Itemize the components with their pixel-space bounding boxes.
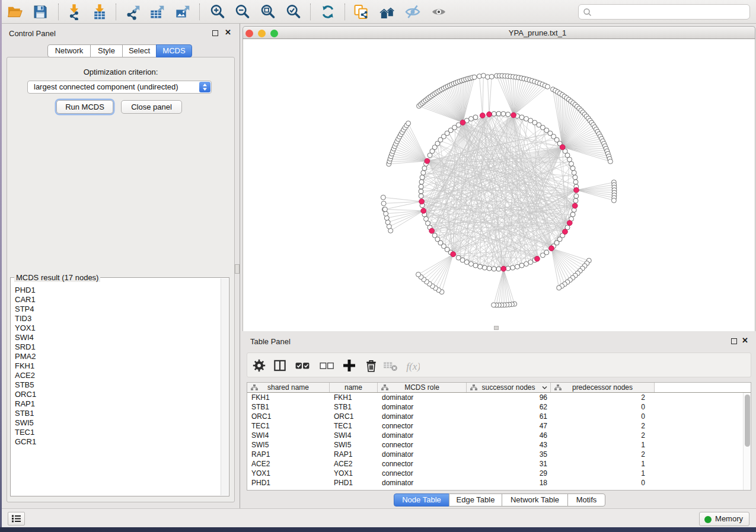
table-cell: RAP1: [247, 450, 330, 459]
zoom-in-icon[interactable]: [209, 4, 226, 20]
mcds-result-item[interactable]: PHD1: [15, 286, 220, 295]
tab-style[interactable]: Style: [90, 44, 123, 57]
zoom-fit-icon[interactable]: [260, 4, 276, 20]
table-row[interactable]: PHD1PHD1dominator180: [247, 478, 742, 488]
close-table-panel-icon[interactable]: ✕: [742, 336, 748, 345]
table-row[interactable]: ORC1ORC1dominator610: [247, 412, 742, 421]
close-panel-icon[interactable]: ✕: [225, 28, 231, 37]
table-panel-tabs: Node TableEdge TableNetwork TableMotifs: [394, 493, 605, 507]
tab-select[interactable]: Select: [122, 44, 157, 57]
criterion-dropdown[interactable]: largest connected component (undirected): [27, 81, 212, 94]
table-cell: connector: [378, 440, 467, 450]
float-panel-icon[interactable]: [212, 30, 218, 36]
mcds-result-item[interactable]: SRD1: [15, 342, 220, 352]
column-header-name[interactable]: name: [330, 383, 378, 392]
tab-motifs[interactable]: Motifs: [567, 493, 605, 507]
save-icon[interactable]: [32, 4, 49, 20]
first-neighbors-icon[interactable]: [379, 4, 395, 20]
table-row[interactable]: YOX1YOX1connector291: [247, 469, 742, 478]
table-scrollbar-thumb[interactable]: [745, 395, 750, 447]
checked-pair-icon[interactable]: [295, 358, 310, 373]
run-mcds-button[interactable]: Run MCDS: [56, 100, 113, 114]
table-cell: 47: [467, 421, 551, 431]
vertical-splitter-handle[interactable]: [235, 264, 240, 274]
table-toolbar: f(x): [247, 352, 751, 377]
memory-button[interactable]: Memory: [699, 512, 749, 526]
table-row[interactable]: SWI5SWI5connector431: [247, 440, 742, 450]
mcds-result-item[interactable]: TID3: [15, 314, 220, 323]
columns-icon[interactable]: [272, 358, 288, 373]
close-panel-button[interactable]: Close panel: [121, 100, 182, 114]
table-cell: SWI4: [330, 431, 378, 440]
float-table-panel-icon[interactable]: [731, 338, 737, 344]
mcds-result-item[interactable]: PMA2: [15, 352, 220, 361]
mcds-result-item[interactable]: ACE2: [15, 371, 220, 380]
show-all-icon[interactable]: [430, 4, 447, 20]
memory-status-icon: [704, 516, 712, 523]
table-cell: 2: [551, 421, 655, 431]
mcds-result-item[interactable]: RAP1: [15, 399, 220, 409]
mcds-result-item[interactable]: STB5: [15, 380, 220, 390]
table-cell: PHD1: [247, 478, 330, 488]
table-row[interactable]: ACE2ACE2connector311: [247, 459, 742, 469]
unchecked-pair-icon[interactable]: [319, 358, 334, 373]
zoom-selected-icon[interactable]: [285, 4, 302, 20]
table-row[interactable]: TEC1TEC1connector472: [247, 421, 742, 431]
import-network-icon[interactable]: [66, 4, 82, 20]
import-table-icon[interactable]: [91, 4, 108, 20]
mcds-result-item[interactable]: STP4: [15, 305, 220, 314]
tab-network[interactable]: Network: [47, 44, 91, 57]
export-image-icon[interactable]: [175, 4, 192, 20]
mcds-result-item[interactable]: ORC1: [15, 390, 220, 399]
column-header-shared-name[interactable]: shared name: [247, 383, 330, 392]
mcds-result-item[interactable]: STB1: [15, 409, 220, 418]
tab-network-table[interactable]: Network Table: [502, 493, 568, 507]
table-cell: 43: [467, 440, 551, 450]
mcds-result-item[interactable]: FKH1: [15, 361, 220, 371]
table-row[interactable]: SWI4SWI4dominator462: [247, 431, 742, 440]
task-list-button[interactable]: [8, 512, 25, 525]
plus-icon[interactable]: [342, 358, 357, 373]
toolbar-separator: [344, 4, 345, 20]
table-cell: 31: [467, 459, 551, 469]
open-file-icon[interactable]: [7, 4, 23, 20]
column-header-MCDS-role[interactable]: MCDS role: [378, 383, 467, 392]
mcds-result-item[interactable]: SWI5: [15, 418, 220, 428]
column-header-successor-nodes[interactable]: successor nodes: [467, 383, 551, 392]
mcds-result-item[interactable]: YOX1: [15, 323, 220, 333]
zoom-out-icon[interactable]: [234, 4, 251, 20]
tab-edge-table[interactable]: Edge Table: [449, 493, 502, 507]
table-row[interactable]: FKH1FKH1dominator962: [247, 393, 742, 402]
export-network-icon[interactable]: [125, 4, 142, 20]
mcds-result-item[interactable]: TEC1: [15, 428, 220, 437]
tab-mcds[interactable]: MCDS: [156, 44, 192, 57]
export-table-icon[interactable]: [149, 4, 166, 20]
table-cell: STB1: [330, 402, 378, 412]
result-scrollbar[interactable]: [221, 278, 228, 495]
table-scrollbar[interactable]: [743, 393, 751, 490]
gear-icon[interactable]: [251, 358, 267, 373]
mcds-result-item[interactable]: SWI4: [15, 333, 220, 342]
network-graph: [243, 39, 756, 331]
tab-node-table[interactable]: Node Table: [394, 493, 449, 507]
table-cell: FKH1: [247, 393, 330, 402]
mcds-result-item[interactable]: CAR1: [15, 295, 220, 305]
copy-network-icon[interactable]: [353, 4, 369, 20]
table-cell: FKH1: [330, 393, 378, 402]
table-row[interactable]: RAP1RAP1dominator352: [247, 450, 742, 459]
control-panel-tabs: NetworkStyleSelectMCDS: [47, 44, 192, 57]
table-cell: 0: [551, 402, 655, 412]
column-header-predecessor-nodes[interactable]: predecessor nodes: [551, 383, 655, 392]
table-row[interactable]: STB1STB1dominator620: [247, 402, 742, 412]
hide-selected-icon[interactable]: [404, 4, 421, 20]
refresh-icon[interactable]: [320, 4, 336, 20]
mcds-result-item[interactable]: GCR1: [15, 437, 220, 447]
trash-icon[interactable]: [363, 358, 379, 373]
table-cell: YOX1: [247, 469, 330, 478]
table-cell: SWI5: [330, 440, 378, 450]
search-input[interactable]: [578, 4, 750, 20]
network-canvas[interactable]: [243, 39, 755, 331]
horizontal-splitter-handle[interactable]: [494, 326, 499, 330]
table-cell: 1: [551, 440, 655, 450]
network-window-titlebar[interactable]: YPA_prune.txt_1: [243, 26, 755, 39]
